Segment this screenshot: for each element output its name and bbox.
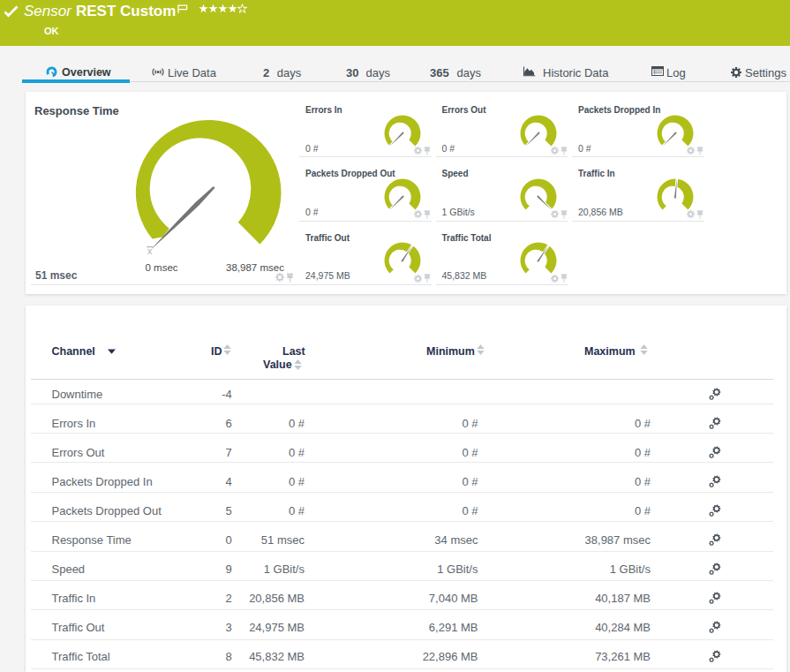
svg-text:x: x xyxy=(147,245,153,256)
